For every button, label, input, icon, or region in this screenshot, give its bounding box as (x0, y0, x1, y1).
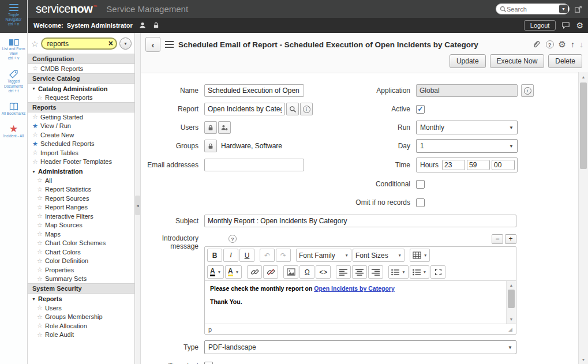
star-icon[interactable]: ☆ (37, 313, 45, 321)
previous-record-icon[interactable]: ↑ (571, 40, 575, 49)
field-help-icon[interactable]: ? (229, 235, 237, 243)
sidebar-item[interactable]: ☆Interactive Filters (28, 212, 134, 221)
align-right-button[interactable] (368, 265, 383, 279)
email-addresses-input[interactable] (204, 159, 304, 171)
execute-now-button[interactable]: Execute Now (490, 54, 545, 68)
scroll-up-icon[interactable]: ▲ (579, 72, 588, 81)
popout-icon[interactable] (574, 5, 582, 13)
element-path[interactable]: p (208, 326, 212, 333)
remove-link-button[interactable] (263, 265, 278, 279)
star-icon[interactable]: ★ (32, 122, 40, 130)
time-minutes-input[interactable] (467, 160, 490, 170)
align-center-button[interactable] (352, 265, 367, 279)
editor-grow-button[interactable]: + (505, 234, 516, 244)
run-select[interactable]: Monthly▼ (416, 121, 518, 134)
font-sizes-select[interactable]: Font Sizes▼ (353, 249, 405, 262)
lock-icon[interactable] (152, 21, 160, 29)
sidebar-item[interactable]: ☆Maps (28, 230, 134, 239)
sidebar-item[interactable]: ☆Chart Colors (28, 247, 134, 257)
resize-grip-icon[interactable]: ◢ (508, 327, 512, 332)
help-icon[interactable]: ? (546, 40, 554, 48)
next-record-icon[interactable]: ↓ (579, 40, 583, 49)
favorites-star-icon[interactable]: ☆ (31, 39, 39, 48)
sidebar-item[interactable]: ☆Users (28, 303, 134, 313)
active-checkbox[interactable]: ✓ (416, 105, 425, 114)
type-select[interactable]: PDF-landscape▼ (204, 340, 516, 354)
star-icon[interactable]: ☆ (37, 304, 45, 312)
undo-button[interactable]: ↶ (260, 249, 275, 262)
sidebar-item[interactable]: ☆Map Sources (28, 221, 134, 230)
sidebar-item[interactable]: ★Scheduled Reports (28, 140, 134, 149)
sidebar-item[interactable]: ☆All (28, 176, 134, 185)
star-icon[interactable]: ☆ (37, 257, 45, 265)
insert-image-button[interactable] (283, 265, 298, 279)
star-icon[interactable]: ☆ (37, 94, 45, 102)
table-button[interactable]: ▼ (410, 249, 430, 262)
italic-button[interactable]: I (223, 249, 238, 262)
attachment-icon[interactable] (532, 40, 541, 49)
day-select[interactable]: 1▼ (416, 139, 518, 153)
report-link[interactable]: Open Incidents by Category (314, 285, 394, 292)
star-icon[interactable]: ☆ (37, 239, 45, 247)
logout-button[interactable]: Logout (524, 20, 556, 31)
users-add-button[interactable] (218, 121, 231, 134)
sidebar-item[interactable]: ☆Header Footer Templates (28, 157, 134, 167)
conditional-checkbox[interactable] (416, 180, 425, 189)
sidebar-item[interactable]: ☆Role Allocation (28, 321, 134, 331)
report-lookup-button[interactable] (286, 103, 299, 115)
subject-input[interactable] (204, 215, 516, 227)
bullet-list-button[interactable]: ▼ (388, 265, 408, 279)
toggle-navigator-button[interactable]: Toggle Navigator ctrl + n (0, 0, 27, 33)
sidebar-item[interactable]: ☆Properties (28, 265, 134, 275)
star-icon[interactable]: ☆ (32, 113, 40, 121)
star-icon[interactable]: ☆ (37, 248, 45, 256)
sidebar-item[interactable]: ☆Chart Color Schemes (28, 239, 134, 248)
sidebar-item[interactable]: ☆Import Tables (28, 148, 134, 157)
navigator-menu-button[interactable]: ▼ (119, 37, 132, 50)
sidebar-splitter[interactable]: ◂ (135, 33, 141, 364)
sidebar-item[interactable]: ☆Color Definition (28, 257, 134, 266)
sidebar-item[interactable]: ☆Request Reports (28, 93, 134, 103)
background-color-button[interactable]: A▼ (225, 265, 242, 279)
sidebar-group[interactable]: ▼Catalog Administration (28, 84, 134, 93)
navigator-filter-input[interactable] (41, 37, 117, 50)
fullscreen-button[interactable] (430, 265, 445, 279)
back-button[interactable]: ‹ (145, 37, 160, 52)
update-button[interactable]: Update (450, 54, 486, 68)
servicenow-logo[interactable]: servicenow™ (36, 2, 97, 16)
editor-content[interactable]: Please check the monthly report on Open … (205, 281, 516, 324)
users-lock-button[interactable] (204, 121, 217, 134)
star-icon[interactable]: ☆ (37, 177, 45, 184)
chat-icon[interactable] (561, 21, 570, 29)
underline-button[interactable]: U (239, 249, 254, 262)
gear-icon[interactable]: ⚙ (576, 21, 583, 30)
star-icon[interactable]: ☆ (37, 266, 45, 273)
scroll-up-icon[interactable]: ▲ (507, 281, 516, 290)
star-icon[interactable]: ☆ (32, 158, 40, 166)
star-icon[interactable]: ☆ (37, 230, 45, 238)
numbered-list-button[interactable]: ▼ (410, 265, 429, 279)
clear-search-icon[interactable]: × (108, 39, 113, 48)
text-color-button[interactable]: A▼ (207, 265, 224, 279)
star-icon[interactable]: ☆ (37, 275, 45, 283)
global-search-input[interactable] (507, 6, 559, 13)
scroll-down-icon[interactable]: ▼ (507, 315, 516, 324)
sidebar-item[interactable]: ☆Groups Membership (28, 313, 134, 322)
sidebar-item[interactable]: ☆Report Ranges (28, 203, 134, 212)
report-info-button[interactable]: i (300, 103, 313, 115)
user-icon[interactable] (138, 21, 147, 29)
align-left-button[interactable] (336, 265, 351, 279)
scroll-thumb[interactable] (580, 82, 587, 169)
star-icon[interactable]: ★ (32, 140, 40, 148)
groups-lock-button[interactable] (204, 140, 217, 152)
main-scrollbar[interactable]: ▲ ▼ (578, 72, 588, 364)
star-icon[interactable]: ☆ (32, 131, 40, 138)
sidebar-item[interactable]: ☆CMDB Reports (28, 64, 134, 73)
scroll-down-icon[interactable]: ▼ (579, 355, 588, 364)
star-icon[interactable]: ☆ (37, 331, 45, 339)
zip-output-checkbox[interactable] (204, 362, 213, 364)
star-icon[interactable]: ☆ (32, 65, 40, 72)
time-seconds-input[interactable] (492, 160, 515, 170)
sidebar-item[interactable]: ☆Report Sources (28, 194, 134, 203)
collapse-sidebar-handle[interactable]: ◂ (135, 196, 140, 215)
